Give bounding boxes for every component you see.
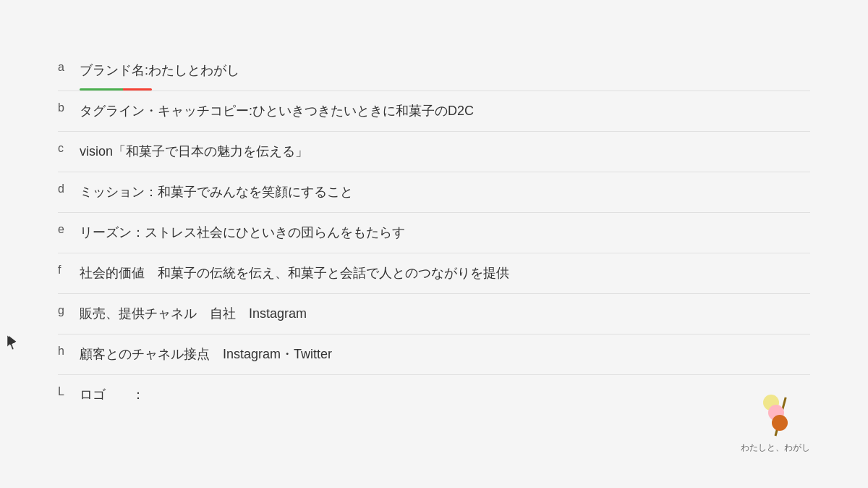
list-item: dミッション：和菓子でみんなを笑顔にすること: [58, 172, 810, 212]
list-item: cvision「和菓子で日本の魅力を伝える」: [58, 132, 810, 172]
cursor-icon: [7, 335, 17, 345]
row-content: ミッション：和菓子でみんなを笑顔にすること: [80, 182, 810, 202]
list-item: f社会的価値 和菓子の伝統を伝え、和菓子と会話で人とのつながりを提供: [58, 253, 810, 293]
row-content: 販売、提供チャネル 自社 Instagram: [80, 304, 810, 324]
row-label: b: [58, 101, 80, 114]
list-item: bタグライン・キャッチコピー:ひといきつきたいときに和菓子のD2C: [58, 91, 810, 131]
row-label: f: [58, 264, 80, 277]
list-item: eリーズン：ストレス社会にひといきの団らんをもたらす: [58, 213, 810, 253]
row-content: リーズン：ストレス社会にひといきの団らんをもたらす: [80, 223, 810, 243]
row-content: 顧客とのチャネル接点 Instagram・Twitter: [80, 345, 810, 364]
list-item: aブランド名:わたしとわがし: [58, 51, 810, 91]
row-label: g: [58, 304, 80, 317]
logo-container: わたしと、わがし: [741, 389, 810, 454]
svg-marker-0: [7, 335, 15, 350]
row-content: 社会的価値 和菓子の伝統を伝え、和菓子と会話で人とのつながりを提供: [80, 264, 810, 283]
logo-image: [750, 389, 801, 436]
row-content: ロゴ ：: [80, 385, 726, 405]
row-label: a: [58, 61, 80, 74]
row-label: d: [58, 182, 80, 195]
main-content: aブランド名:わたしとわがしbタグライン・キャッチコピー:ひといきつきたいときに…: [58, 51, 810, 464]
logo-text: わたしと、わがし: [741, 442, 810, 454]
row-label: e: [58, 223, 80, 236]
row-content: タグライン・キャッチコピー:ひといきつきたいときに和菓子のD2C: [80, 101, 810, 121]
row-label: L: [58, 385, 80, 398]
row-content: vision「和菓子で日本の魅力を伝える」: [80, 142, 810, 161]
list-item: g販売、提供チャネル 自社 Instagram: [58, 294, 810, 334]
list-item: Lロゴ ：わたしと、わがし: [58, 375, 810, 464]
row-label: c: [58, 142, 80, 155]
row-label: h: [58, 345, 80, 358]
row-content: ブランド名:わたしとわがし: [80, 61, 810, 80]
list-item: h顧客とのチャネル接点 Instagram・Twitter: [58, 335, 810, 374]
